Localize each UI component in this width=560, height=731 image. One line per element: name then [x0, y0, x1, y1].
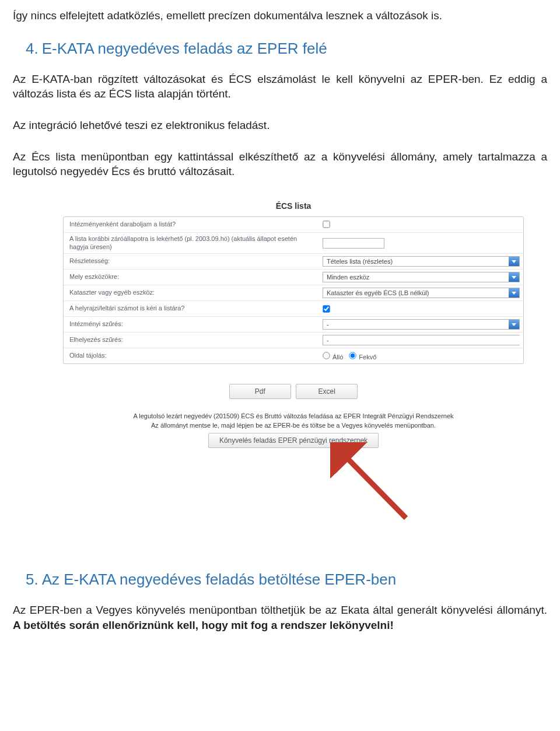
radio-portrait[interactable]	[323, 352, 330, 359]
label-detail-level: Részletesség:	[64, 255, 319, 268]
section-5-title: Az E-KATA negyedéves feladás betöltése E…	[42, 571, 397, 588]
row-cadastre-or-other: Kataszter vagy egyéb eszköz: Kataszter é…	[64, 285, 523, 301]
arrow-icon	[330, 442, 435, 536]
label-split-by-institution: Intézményenként daraboljam a listát?	[64, 218, 319, 231]
checkbox-inventory-number[interactable]	[323, 305, 330, 312]
select-institution-filter[interactable]: -	[323, 319, 520, 330]
label-page-orientation: Oldal tájolás:	[64, 349, 319, 362]
eper-note-line1: A legutolsó lezárt negyedév (201509) ÉCS…	[133, 412, 453, 419]
label-earlier-close-state: A lista korábbi záróállapotra is lekérhe…	[64, 233, 319, 254]
section-5-p1: Az EPER-ben a Vegyes könyvelés menüpontb…	[13, 603, 547, 632]
select-cadastre-or-other[interactable]: Kataszter és egyéb ÉCS (LB nélkül)	[323, 288, 520, 298]
row-earlier-close-state: A lista korábbi záróállapotra is lekérhe…	[64, 233, 523, 254]
label-inventory-number: A helyrajzi/leltári számot is kéri a lis…	[64, 302, 319, 315]
radio-landscape-text: Fekvő	[359, 354, 376, 361]
select-detail-level-value: Tételes lista (részletes)	[323, 257, 509, 266]
select-which-assets-value: Minden eszköz	[323, 272, 509, 282]
section-5-p1-prefix: Az EPER-ben a Vegyes könyvelés menüpontb…	[13, 604, 547, 616]
section-4-p1: Az E-KATA-ban rögzített változásokat és …	[13, 72, 547, 102]
screenshot-footer: Pdf Excel A legutolsó lezárt negyedév (2…	[63, 384, 524, 448]
label-which-assets: Mely eszközökre:	[64, 271, 319, 284]
section-5-p1-bold: A betöltés során ellenőriznünk kell, hog…	[13, 619, 394, 631]
select-detail-level[interactable]: Tételes lista (részletes)	[323, 256, 520, 267]
select-institution-filter-value: -	[323, 320, 509, 329]
chevron-down-icon	[509, 272, 519, 282]
pdf-button[interactable]: Pdf	[229, 384, 291, 399]
radio-portrait-label[interactable]: Álló	[323, 352, 343, 361]
section-4-heading: 4.E-KATA negyedéves feladás az EPER felé	[26, 40, 547, 58]
ecs-lista-screenshot: ÉCS lista Intézményenként daraboljam a l…	[63, 201, 524, 524]
chevron-down-icon	[509, 320, 519, 329]
section-4-p2: Az integráció lehetővé teszi ez elektron…	[13, 118, 547, 133]
radio-portrait-text: Álló	[332, 354, 343, 361]
label-institution-filter: Intézményi szűrés:	[64, 318, 319, 331]
select-cadastre-or-other-value: Kataszter és egyéb ÉCS (LB nélkül)	[323, 288, 509, 298]
screenshot-title: ÉCS lista	[63, 201, 524, 211]
label-location-filter: Elhelyezés szűrés:	[64, 334, 319, 347]
select-which-assets[interactable]: Minden eszköz	[323, 272, 520, 282]
radio-landscape-label[interactable]: Fekvő	[349, 352, 376, 361]
row-institution-filter: Intézményi szűrés: -	[64, 317, 523, 333]
label-cadastre-or-other: Kataszter vagy egyéb eszköz:	[64, 286, 319, 299]
eper-note: A legutolsó lezárt negyedév (201509) ÉCS…	[63, 412, 524, 431]
row-location-filter: Elhelyezés szűrés: -	[64, 333, 523, 348]
excel-button[interactable]: Excel	[296, 384, 358, 399]
input-earlier-close-state[interactable]	[323, 238, 384, 249]
select-location-filter[interactable]: -	[323, 335, 520, 345]
intro-paragraph: Így nincs elfelejtett adatközlés, emelle…	[13, 8, 547, 23]
select-location-filter-value: -	[323, 335, 520, 345]
annotation-arrow-wrap	[63, 448, 524, 524]
row-which-assets: Mely eszközökre: Minden eszköz	[64, 270, 523, 285]
eper-note-line2: Az állományt mentse le, majd lépjen be a…	[151, 422, 436, 429]
row-split-by-institution: Intézményenként daraboljam a listát?	[64, 217, 523, 233]
checkbox-split-by-institution[interactable]	[323, 221, 330, 228]
section-4-number: 4.	[26, 40, 38, 58]
ecs-form-panel: Intézményenként daraboljam a listát? A l…	[63, 216, 524, 365]
row-detail-level: Részletesség: Tételes lista (részletes)	[64, 254, 523, 270]
chevron-down-icon	[509, 257, 519, 266]
section-4-title: E-KATA negyedéves feladás az EPER felé	[42, 40, 327, 57]
svg-line-0	[342, 453, 406, 518]
row-inventory-number: A helyrajzi/leltári számot is kéri a lis…	[64, 301, 523, 317]
section-5-heading: 5.Az E-KATA negyedéves feladás betöltése…	[26, 571, 547, 589]
chevron-down-icon	[509, 288, 519, 298]
section-5-number: 5.	[26, 571, 38, 589]
radio-landscape[interactable]	[349, 352, 356, 359]
row-page-orientation: Oldal tájolás: Álló Fekvő	[64, 348, 523, 363]
section-4-p3: Az Écs lista menüpontban egy kattintássa…	[13, 149, 547, 179]
